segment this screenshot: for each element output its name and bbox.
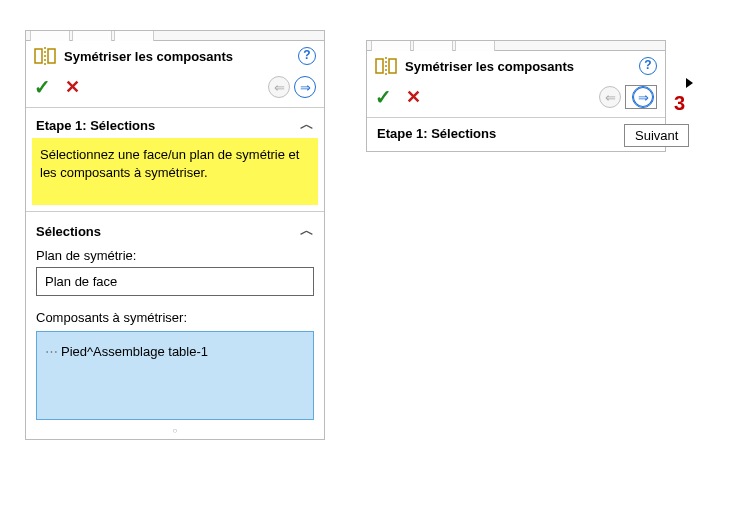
next-button-tooltip: Suivant <box>624 124 689 147</box>
prev-step-button: ⇐ <box>268 76 290 98</box>
ok-button[interactable]: ✓ <box>34 75 51 99</box>
ok-button[interactable]: ✓ <box>375 85 392 109</box>
instruction-hint: Sélectionnez une face/un plan de symétri… <box>32 138 318 205</box>
action-row: ✓ ✕ ⇐ ⇒ <box>367 81 665 118</box>
mirror-components-panel-collapsed: Symétriser les composants ? ✓ ✕ ⇐ ⇒ Etap… <box>366 40 666 152</box>
cancel-button[interactable]: ✕ <box>65 76 80 98</box>
flyout-arrow-icon <box>686 78 693 88</box>
step-header-label: Etape 1: Sélections <box>36 118 155 133</box>
step-header: Etape 1: Sélections <box>367 118 665 151</box>
list-item[interactable]: ⋯Pied^Assemblage table-1 <box>45 344 305 359</box>
help-icon[interactable]: ? <box>639 57 657 75</box>
title-row: Symétriser les composants ? <box>26 41 324 71</box>
tab-stub[interactable] <box>114 31 154 41</box>
svg-rect-4 <box>389 59 396 73</box>
tab-stub[interactable] <box>371 41 411 51</box>
mirror-components-icon <box>34 47 56 65</box>
tab-stub[interactable] <box>72 31 112 41</box>
mirror-components-icon <box>375 57 397 75</box>
svg-rect-3 <box>376 59 383 73</box>
resize-handle-icon[interactable]: ○ <box>26 426 324 439</box>
component-name: Pied^Assemblage table-1 <box>61 344 208 359</box>
tab-bar <box>26 31 324 41</box>
title-row: Symétriser les composants ? <box>367 51 665 81</box>
cancel-button[interactable]: ✕ <box>406 86 421 108</box>
tab-stub[interactable] <box>455 41 495 51</box>
help-icon[interactable]: ? <box>298 47 316 65</box>
collapse-step-icon[interactable]: ︿ <box>300 116 314 134</box>
components-list[interactable]: ⋯Pied^Assemblage table-1 <box>36 331 314 420</box>
next-step-button[interactable]: ⇒ <box>294 76 316 98</box>
next-step-button[interactable]: ⇒ <box>632 86 654 108</box>
step-header: Etape 1: Sélections ︿ <box>26 108 324 138</box>
components-label: Composants à symétriser: <box>26 306 324 327</box>
next-step-highlight: ⇒ <box>625 85 657 109</box>
selections-header-label: Sélections <box>36 224 101 239</box>
collapse-selections-icon[interactable]: ︿ <box>300 222 314 240</box>
panel-title: Symétriser les composants <box>64 49 298 64</box>
svg-rect-1 <box>48 49 55 63</box>
tab-stub[interactable] <box>413 41 453 51</box>
panel-title: Symétriser les composants <box>405 59 639 74</box>
mirror-components-panel-full: Symétriser les composants ? ✓ ✕ ⇐ ⇒ Etap… <box>25 30 325 440</box>
prev-step-button: ⇐ <box>599 86 621 108</box>
selections-header: Sélections ︿ <box>26 214 324 244</box>
tree-branch-icon: ⋯ <box>45 344 57 359</box>
tab-stub[interactable] <box>30 31 70 41</box>
mirror-plane-input[interactable]: Plan de face <box>36 267 314 296</box>
tab-bar <box>367 41 665 51</box>
annotation-marker: 3 <box>674 92 685 115</box>
plane-label: Plan de symétrie: <box>26 244 324 265</box>
step-header-label: Etape 1: Sélections <box>377 126 496 141</box>
action-row: ✓ ✕ ⇐ ⇒ <box>26 71 324 108</box>
svg-rect-0 <box>35 49 42 63</box>
